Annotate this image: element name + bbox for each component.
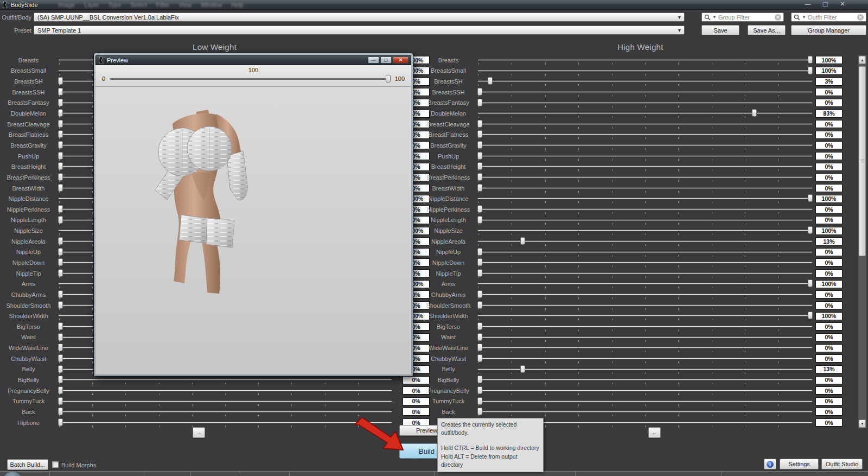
batch-build-button[interactable]: Batch Build... — [7, 459, 48, 470]
slider-track[interactable] — [477, 87, 813, 98]
slider-value-box[interactable]: 0% — [815, 258, 843, 266]
slider-track[interactable] — [477, 396, 813, 407]
slider-groove[interactable] — [58, 401, 392, 402]
slider-groove[interactable] — [110, 78, 391, 80]
slider-thumb[interactable] — [58, 386, 63, 394]
outfit-filter-box[interactable]: ▼ ✕ — [791, 12, 866, 22]
slider-track[interactable] — [477, 353, 813, 364]
maximize-icon[interactable]: ▢ — [380, 56, 392, 64]
slider-thumb[interactable] — [58, 141, 63, 149]
scrollbar-thumb[interactable] — [859, 66, 866, 256]
slider-track[interactable] — [477, 225, 813, 236]
slider-thumb[interactable] — [477, 99, 482, 106]
slider-value-box[interactable]: 0% — [815, 248, 843, 256]
slider-groove[interactable] — [477, 123, 813, 125]
group-filter-input[interactable] — [718, 14, 773, 21]
slider-thumb[interactable] — [58, 152, 63, 160]
slider-value-box[interactable]: 0% — [815, 120, 843, 128]
chevron-down-icon[interactable]: ▼ — [677, 28, 682, 33]
slider-groove[interactable] — [477, 59, 813, 61]
slider-value-box[interactable]: 100% — [815, 56, 843, 64]
slider-value-box[interactable]: 0% — [815, 301, 843, 309]
slider-track[interactable] — [477, 278, 813, 289]
slider-groove[interactable] — [477, 208, 813, 210]
slider-groove[interactable] — [477, 337, 813, 338]
slider-groove[interactable] — [477, 294, 813, 295]
slider-thumb[interactable] — [386, 75, 391, 82]
slider-track[interactable] — [58, 417, 392, 428]
slider-thumb[interactable] — [477, 216, 482, 224]
slider-thumb[interactable] — [58, 184, 63, 192]
slider-track[interactable] — [477, 332, 813, 343]
clear-icon[interactable]: ✕ — [857, 14, 864, 21]
high-scroll-arrow-button[interactable]: ← — [648, 427, 661, 438]
slider-thumb[interactable] — [477, 173, 482, 181]
slider-track[interactable] — [477, 151, 813, 162]
slider-value-box[interactable]: 0% — [815, 322, 843, 331]
slider-track[interactable] — [477, 66, 813, 77]
clear-icon[interactable]: ✕ — [775, 14, 781, 21]
chevron-down-icon[interactable]: ▼ — [802, 15, 806, 20]
slider-groove[interactable] — [477, 187, 813, 189]
slider-groove[interactable] — [477, 251, 813, 253]
slider-track[interactable] — [477, 129, 813, 140]
slider-thumb[interactable] — [520, 237, 525, 245]
slider-track[interactable] — [477, 172, 813, 183]
slider-groove[interactable] — [477, 91, 813, 93]
slider-thumb[interactable] — [477, 205, 482, 213]
slider-value-box[interactable]: 100% — [815, 195, 843, 203]
slider-thumb[interactable] — [477, 354, 482, 362]
slider-groove[interactable] — [477, 134, 813, 135]
slider-thumb[interactable] — [808, 280, 813, 287]
slider-groove[interactable] — [477, 411, 813, 412]
slider-thumb[interactable] — [477, 269, 482, 277]
slider-track[interactable] — [477, 289, 813, 300]
slider-track[interactable] — [477, 364, 813, 375]
slider-thumb[interactable] — [58, 333, 63, 341]
slider-thumb[interactable] — [58, 109, 63, 117]
slider-thumb[interactable] — [58, 88, 63, 96]
slider-track[interactable] — [58, 407, 392, 417]
slider-value-box[interactable]: 0% — [815, 173, 843, 181]
slider-thumb[interactable] — [477, 408, 482, 415]
slider-thumb[interactable] — [520, 365, 525, 373]
minimize-icon[interactable]: — — [368, 56, 379, 64]
slider-thumb[interactable] — [58, 248, 63, 256]
build-morphs-checkbox[interactable] — [52, 461, 59, 468]
slider-track[interactable] — [477, 161, 813, 172]
close-icon[interactable]: ✕ — [838, 1, 847, 8]
slider-value-box[interactable]: 0% — [815, 397, 843, 405]
slider-groove[interactable] — [477, 198, 813, 199]
slider-groove[interactable] — [477, 304, 813, 306]
slider-thumb[interactable] — [477, 152, 482, 160]
slider-groove[interactable] — [477, 70, 813, 72]
slider-thumb[interactable] — [477, 258, 482, 266]
slider-thumb[interactable] — [58, 258, 63, 266]
slider-thumb[interactable] — [477, 344, 482, 351]
slider-thumb[interactable] — [58, 301, 63, 309]
slider-track[interactable] — [477, 268, 813, 279]
slider-thumb[interactable] — [58, 365, 63, 373]
group-filter-box[interactable]: ▼ ✕ — [701, 12, 784, 22]
slider-groove[interactable] — [58, 411, 392, 412]
slider-groove[interactable] — [477, 112, 813, 114]
slider-thumb[interactable] — [477, 376, 482, 383]
slider-groove[interactable] — [477, 155, 813, 157]
settings-button[interactable]: Settings — [780, 459, 819, 469]
save-as-button[interactable]: Save As... — [748, 25, 786, 35]
slider-thumb[interactable] — [58, 237, 63, 245]
slider-thumb[interactable] — [58, 99, 63, 106]
slider-thumb[interactable] — [58, 344, 63, 351]
slider-value-box[interactable]: 0% — [815, 216, 843, 224]
slider-track[interactable] — [477, 108, 813, 119]
slider-value-box[interactable]: 0% — [815, 290, 843, 299]
slider-track[interactable] — [477, 257, 813, 268]
slider-track[interactable] — [477, 204, 813, 215]
slider-track[interactable] — [477, 300, 813, 311]
slider-value-box[interactable]: 0% — [815, 205, 843, 213]
slider-groove[interactable] — [477, 379, 813, 380]
slider-thumb[interactable] — [808, 56, 813, 64]
slider-track[interactable] — [477, 55, 813, 66]
slider-groove[interactable] — [477, 401, 813, 402]
slider-value-box[interactable]: 13% — [815, 365, 843, 373]
